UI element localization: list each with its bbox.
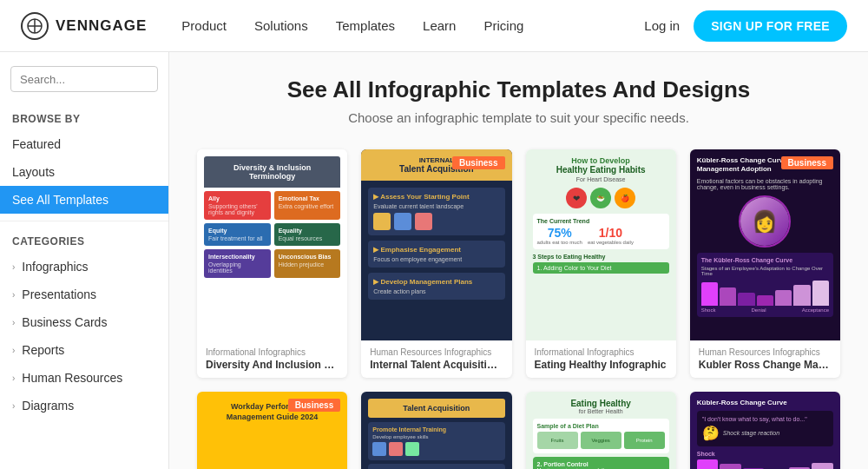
card-name-1: Diversity And Inclusion Term... — [206, 359, 339, 371]
card-category-1: Informational Infographics — [206, 347, 339, 357]
search-box: 🔍 — [10, 66, 158, 92]
chevron-icon: › — [12, 346, 15, 355]
sidebar-item-presentations[interactable]: › Presentations — [0, 281, 168, 308]
login-button[interactable]: Log in — [644, 18, 680, 33]
card-badge-5: Business — [288, 399, 340, 412]
chevron-icon: › — [12, 318, 15, 327]
card-image-5: Business Workday PerformanceManagement G… — [197, 392, 347, 469]
main-content: See All Infographic Templates And Design… — [169, 52, 868, 469]
card-image-1: Diversity & InclusionTerminology AllySup… — [197, 149, 347, 340]
sidebar-item-diagrams[interactable]: › Diagrams — [0, 392, 168, 419]
card-footer-2: Human Resources Infographics Internal Ta… — [361, 340, 511, 378]
logo-area[interactable]: VENNGAGE — [21, 12, 147, 40]
categories-section-title: CATEGORIES — [0, 228, 168, 253]
card-image-6: Talent Acquisition Promote Internal Trai… — [361, 392, 511, 469]
template-card-4[interactable]: Business Kübler-Ross Change Curve for Ch… — [690, 149, 840, 378]
template-card-6[interactable]: Talent Acquisition Promote Internal Trai… — [361, 392, 511, 469]
main-nav: Product Solutions Templates Learn Pricin… — [181, 18, 644, 33]
business-cards-label: Business Cards — [22, 315, 107, 329]
header: VENNGAGE Product Solutions Templates Lea… — [0, 0, 868, 52]
card-badge-4: Business — [781, 156, 833, 169]
sidebar-item-infographics[interactable]: › Infographics — [0, 253, 168, 281]
content-header: See All Infographic Templates And Design… — [197, 76, 840, 125]
sidebar-item-human-resources[interactable]: › Human Resources — [0, 364, 168, 392]
template-card-2[interactable]: Business INTERNAL Talent Acquisition ▶ A… — [361, 149, 511, 378]
nav-pricing[interactable]: Pricing — [483, 18, 523, 33]
page-title: See All Infographic Templates And Design… — [197, 76, 840, 103]
card-badge-2: Business — [452, 156, 504, 169]
signup-button[interactable]: SIGN UP FOR FREE — [694, 10, 847, 42]
chevron-icon: › — [12, 401, 15, 411]
card-name-2: Internal Talent Acquisition I... — [370, 359, 503, 371]
template-grid: Diversity & InclusionTerminology AllySup… — [197, 149, 840, 469]
main-layout: 🔍 BROWSE BY Featured Layouts See All Tem… — [0, 52, 868, 469]
sidebar-item-featured[interactable]: Featured — [0, 130, 168, 158]
card-image-8: Kübler-Ross Change Curve "I don't know w… — [690, 392, 840, 469]
sidebar-item-see-all-templates[interactable]: See All Templates — [0, 186, 168, 214]
template-card-5[interactable]: Business Workday PerformanceManagement G… — [197, 392, 347, 469]
card-footer-4: Human Resources Infographics Kubler Ross… — [690, 340, 840, 378]
logo-icon — [21, 12, 49, 40]
nav-product[interactable]: Product — [181, 18, 227, 33]
card-name-3: Eating Healthy Infographic — [535, 359, 667, 371]
nav-solutions[interactable]: Solutions — [254, 18, 308, 33]
infographics-label: Infographics — [22, 260, 88, 274]
template-card-1[interactable]: Diversity & InclusionTerminology AllySup… — [197, 149, 347, 378]
sidebar-divider — [0, 221, 168, 221]
card-footer-1: Informational Infographics Diversity And… — [197, 340, 347, 378]
card-category-3: Informational Infographics — [535, 347, 667, 357]
template-card-8[interactable]: Kübler-Ross Change Curve "I don't know w… — [690, 392, 840, 469]
see-all-templates-label: See All Templates — [12, 193, 108, 207]
search-input[interactable] — [20, 73, 166, 86]
sidebar-item-business-cards[interactable]: › Business Cards — [0, 308, 168, 336]
template-card-3[interactable]: How to Develop Healthy Eating Habits For… — [526, 149, 676, 378]
card-image-7: Eating Healthy for Better Health Sample … — [526, 392, 676, 469]
sidebar: 🔍 BROWSE BY Featured Layouts See All Tem… — [0, 52, 169, 469]
card-image-2: Business INTERNAL Talent Acquisition ▶ A… — [361, 149, 511, 340]
page-subtitle: Choose an infographic template to suit y… — [197, 110, 840, 125]
card-image-3: How to Develop Healthy Eating Habits For… — [526, 149, 676, 340]
nav-templates[interactable]: Templates — [336, 18, 395, 33]
human-resources-label: Human Resources — [22, 371, 122, 385]
template-card-7[interactable]: Eating Healthy for Better Health Sample … — [526, 392, 676, 469]
featured-label: Featured — [12, 137, 61, 151]
chevron-icon: › — [12, 262, 15, 272]
chevron-icon: › — [12, 373, 15, 383]
layouts-label: Layouts — [12, 165, 55, 179]
chevron-icon: › — [12, 290, 15, 300]
search-area: 🔍 — [0, 66, 168, 106]
card-image-4: Business Kübler-Ross Change Curve for Ch… — [690, 149, 840, 340]
card-category-4: Human Resources Infographics — [699, 347, 832, 357]
presentations-label: Presentations — [22, 287, 96, 301]
reports-label: Reports — [22, 343, 64, 357]
card-name-4: Kubler Ross Change Manag... — [699, 359, 832, 371]
nav-learn[interactable]: Learn — [423, 18, 456, 33]
auth-area: Log in SIGN UP FOR FREE — [644, 10, 847, 42]
browse-section-title: BROWSE BY — [0, 106, 168, 130]
card-category-2: Human Resources Infographics — [370, 347, 503, 357]
sidebar-item-reports[interactable]: › Reports — [0, 336, 168, 364]
sidebar-item-layouts[interactable]: Layouts — [0, 158, 168, 186]
card-footer-3: Informational Infographics Eating Health… — [526, 340, 676, 378]
logo-text: VENNGAGE — [56, 17, 147, 35]
diagrams-label: Diagrams — [22, 399, 74, 413]
